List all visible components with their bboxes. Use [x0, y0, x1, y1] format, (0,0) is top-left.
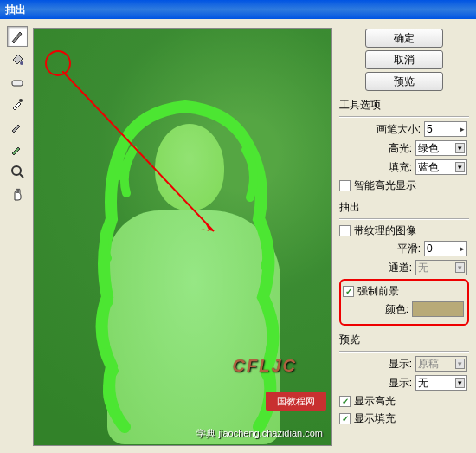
color-label: 颜色: — [385, 302, 408, 317]
edge-touchup-tool[interactable] — [7, 139, 28, 159]
channel-value: 无 — [418, 261, 428, 275]
extract-group: 抽出 带纹理的图像 平滑: 0 ▸ 通道: 无 ▾ — [339, 200, 469, 326]
edge-highlighter-tool[interactable] — [7, 26, 28, 47]
highlight-label: 高光: — [389, 141, 412, 156]
options-panel: 确定 取消 预览 工具选项 画笔大小: 5 ▸ 高光: 绿色 ▾ 填充: — [338, 23, 471, 450]
hand-tool[interactable] — [7, 184, 28, 204]
chevron-down-icon: ▾ — [455, 162, 465, 172]
brush-size-value: 5 — [427, 123, 433, 135]
force-foreground-label: 强制前景 — [357, 284, 399, 299]
highlight-value: 绿色 — [418, 141, 439, 156]
textured-checkbox[interactable] — [339, 225, 351, 236]
show-fill-checkbox[interactable]: ✓ — [339, 413, 351, 424]
photo-content — [34, 29, 331, 445]
show-highlight-checkbox[interactable]: ✓ — [339, 396, 351, 407]
display-label: 显示: — [389, 376, 412, 391]
tool-options-group: 工具选项 画笔大小: 5 ▸ 高光: 绿色 ▾ 填充: 蓝色 — [339, 98, 469, 193]
eraser-tool[interactable] — [7, 71, 28, 92]
chevron-down-icon: ▾ — [455, 143, 465, 153]
svg-point-3 — [12, 166, 21, 175]
ok-button[interactable]: 确定 — [365, 29, 443, 48]
annotation-highlight-box: ✓ 强制前景 颜色: — [339, 279, 469, 326]
brush-size-label: 画笔大小: — [376, 122, 421, 137]
zoom-tool[interactable] — [7, 161, 28, 182]
watermark-logo: CFLJC — [233, 356, 297, 376]
cancel-button[interactable]: 取消 — [365, 50, 443, 69]
caret-icon: ▸ — [460, 125, 465, 133]
smart-highlight-checkbox[interactable] — [339, 180, 351, 191]
view-label: 显示: — [389, 357, 412, 372]
textured-label: 带纹理的图像 — [354, 223, 416, 238]
show-highlight-label: 显示高光 — [354, 394, 396, 409]
watermark-url: 学典 jiaocheng.chazidian.com — [196, 427, 323, 440]
window-title: 抽出 — [5, 3, 26, 17]
channel-select: 无 ▾ — [415, 260, 467, 275]
force-foreground-checkbox[interactable]: ✓ — [343, 286, 354, 297]
preview-group: 预览 显示: 原稿 ▾ 显示: 无 ▾ ✓ 显示高光 ✓ — [339, 333, 469, 426]
svg-line-4 — [20, 174, 23, 178]
fill-value: 蓝色 — [418, 160, 439, 175]
svg-rect-1 — [12, 81, 23, 86]
chevron-down-icon: ▾ — [455, 378, 465, 388]
view-value: 原稿 — [418, 357, 439, 372]
tool-column — [3, 23, 31, 450]
fill-label: 填充: — [389, 160, 412, 175]
chevron-down-icon: ▾ — [455, 359, 465, 369]
smooth-value: 0 — [427, 243, 433, 255]
chevron-down-icon: ▾ — [455, 262, 465, 273]
titlebar: 抽出 — [0, 0, 476, 19]
caret-icon: ▸ — [460, 244, 465, 253]
preview-canvas[interactable]: CFLJC 国教程网 学典 jiaocheng.chazidian.com — [33, 28, 332, 446]
watermark-badge: 国教程网 — [266, 392, 326, 411]
smooth-input[interactable]: 0 ▸ — [424, 241, 467, 256]
fill-tool[interactable] — [7, 49, 28, 69]
brush-size-input[interactable]: 5 ▸ — [424, 121, 467, 137]
smooth-label: 平滑: — [397, 242, 421, 256]
cleanup-tool[interactable] — [7, 116, 28, 137]
channel-label: 通道: — [389, 261, 412, 275]
svg-point-2 — [19, 99, 23, 102]
preview-title: 预览 — [339, 333, 469, 347]
highlight-select[interactable]: 绿色 ▾ — [415, 140, 467, 156]
eyedropper-tool[interactable] — [7, 94, 28, 114]
extract-title: 抽出 — [339, 200, 469, 215]
display-value: 无 — [418, 376, 428, 391]
show-fill-label: 显示填充 — [354, 411, 396, 426]
preview-button[interactable]: 预览 — [365, 72, 443, 91]
display-select[interactable]: 无 ▾ — [415, 375, 467, 391]
view-select: 原稿 ▾ — [415, 356, 467, 372]
color-swatch[interactable] — [412, 301, 464, 317]
smart-highlight-label: 智能高光显示 — [354, 178, 416, 193]
tool-options-title: 工具选项 — [339, 98, 469, 113]
fill-select[interactable]: 蓝色 ▾ — [415, 159, 467, 175]
svg-point-0 — [20, 61, 23, 65]
